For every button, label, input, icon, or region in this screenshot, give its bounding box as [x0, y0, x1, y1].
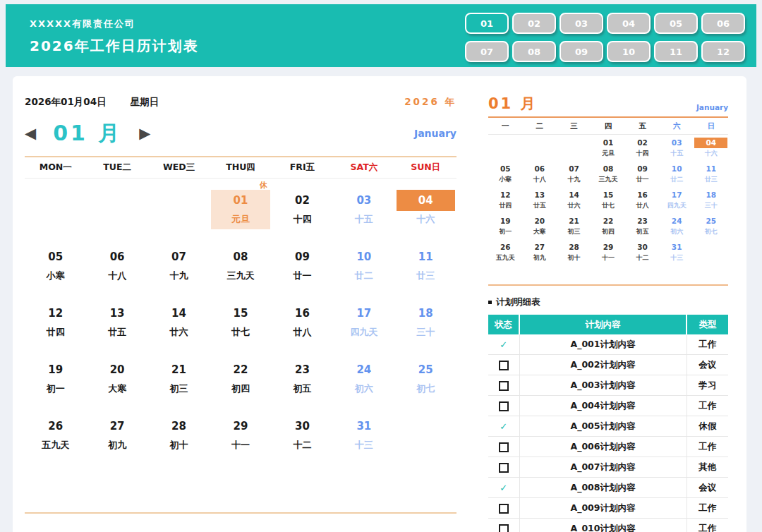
- col-header-type: 类型: [687, 315, 728, 334]
- day-cell-06[interactable]: 06十八: [86, 235, 147, 291]
- status-checkbox[interactable]: [499, 463, 509, 473]
- mini-day-number: 13: [523, 190, 557, 200]
- day-number: 02: [273, 190, 332, 211]
- day-cell-22[interactable]: 22初四: [210, 348, 271, 404]
- mini-day-number: 28: [557, 242, 591, 253]
- day-number: 30: [273, 416, 332, 437]
- day-cell-07[interactable]: 07十九: [148, 235, 210, 291]
- check-icon[interactable]: ✓: [500, 421, 507, 432]
- month-button-07[interactable]: 07: [465, 41, 509, 62]
- day-cell-23[interactable]: 23初五: [272, 348, 333, 404]
- status-checkbox[interactable]: [499, 504, 509, 514]
- month-button-03[interactable]: 03: [560, 13, 603, 34]
- lunar-label: 初七: [397, 380, 455, 399]
- plan-content-cell: A_001计划内容: [519, 334, 687, 355]
- month-button-04[interactable]: 04: [607, 13, 651, 34]
- weekday-label: 三: [557, 121, 591, 131]
- mini-lunar-label: 十四: [625, 148, 660, 158]
- day-cell-12[interactable]: 12廿四: [25, 291, 86, 348]
- mini-weekday-header: 一二三四五六日: [488, 118, 728, 135]
- plan-table-row: ✓A_008计划内容会议: [488, 478, 728, 498]
- month-button-05[interactable]: 05: [654, 13, 698, 34]
- day-cell-11[interactable]: 11廿三: [395, 235, 456, 291]
- month-button-10[interactable]: 10: [607, 41, 651, 62]
- day-cell-19[interactable]: 19初一: [25, 348, 86, 404]
- day-cell-20[interactable]: 20大寒: [86, 348, 147, 404]
- month-button-08[interactable]: 08: [512, 41, 556, 62]
- status-checkbox[interactable]: [499, 381, 509, 391]
- mini-day-number: 16: [625, 190, 660, 200]
- mini-day-cell-17: 17四九天: [660, 187, 694, 213]
- month-button-09[interactable]: 09: [560, 41, 603, 62]
- day-cell-03[interactable]: 03十五: [333, 179, 394, 235]
- day-cell-09[interactable]: 09廿一: [272, 235, 333, 291]
- check-icon[interactable]: ✓: [500, 483, 507, 493]
- day-number: 03: [334, 190, 393, 211]
- plan-table-row: A_010计划内容工作: [488, 519, 728, 532]
- status-checkbox[interactable]: [499, 401, 509, 411]
- day-number: 04: [397, 190, 455, 211]
- mini-day-cell-21: 21初三: [557, 213, 591, 239]
- day-cell-01[interactable]: 休01元旦: [210, 179, 271, 235]
- mini-day-number: 21: [557, 216, 591, 226]
- day-cell-27[interactable]: 27初九: [86, 404, 147, 461]
- day-cell-02[interactable]: 02十四: [272, 179, 333, 235]
- day-cell-28[interactable]: 28初十: [148, 404, 210, 461]
- month-button-12[interactable]: 12: [701, 41, 745, 62]
- day-cell-18[interactable]: 18三十: [395, 291, 456, 348]
- month-button-02[interactable]: 02: [512, 13, 556, 34]
- day-cell-31[interactable]: 31十三: [333, 404, 394, 461]
- status-checkbox[interactable]: [499, 361, 509, 370]
- day-cell-17[interactable]: 17四九天: [333, 291, 394, 348]
- mini-day-number: 01: [591, 138, 626, 148]
- lunar-label: 十三: [334, 437, 393, 455]
- mini-week-row: 19初一20大寒21初三22初四23初五24初六25初七: [488, 213, 728, 239]
- day-cell-empty: [148, 179, 210, 235]
- month-button-11[interactable]: 11: [654, 41, 698, 62]
- mini-lunar-label: 廿三: [694, 174, 728, 184]
- mini-day-cell-05: 05小寒: [488, 161, 523, 187]
- mini-lunar-label: 廿七: [591, 200, 626, 210]
- day-cell-empty: [395, 404, 456, 461]
- prev-month-button[interactable]: ◀: [25, 126, 36, 141]
- calendar-grid: 休01元旦02十四03十五04十六05小寒06十八07十九08三九天09廿一10…: [25, 179, 456, 514]
- day-cell-16[interactable]: 16廿八: [272, 291, 333, 348]
- next-month-button[interactable]: ▶: [139, 126, 150, 141]
- weekday-label: 五: [625, 121, 660, 131]
- mini-lunar-label: 十五: [660, 148, 694, 158]
- day-cell-25[interactable]: 25初七: [395, 348, 456, 404]
- lunar-label: 十二: [273, 437, 332, 455]
- mini-day-number: 23: [625, 216, 660, 226]
- day-cell-29[interactable]: 29十一: [210, 404, 271, 461]
- day-cell-14[interactable]: 14廿六: [148, 291, 210, 348]
- mini-day-cell-24: 24初六: [660, 213, 694, 239]
- lunar-label: 元旦: [211, 211, 270, 229]
- rest-badge: 休: [260, 180, 267, 191]
- lunar-label: 初一: [26, 380, 85, 399]
- day-cell-08[interactable]: 08三九天: [210, 235, 271, 291]
- year-label: 2026 年: [404, 96, 456, 109]
- day-cell-04[interactable]: 04十六: [395, 179, 456, 235]
- status-checkbox[interactable]: [499, 524, 509, 532]
- mini-day-cell-19: 19初一: [488, 213, 523, 239]
- day-cell-21[interactable]: 21初三: [148, 348, 210, 404]
- day-cell-13[interactable]: 13廿五: [86, 291, 147, 348]
- mini-day-cell-16: 16廿八: [625, 187, 660, 213]
- day-cell-10[interactable]: 10廿二: [333, 235, 394, 291]
- day-cell-26[interactable]: 26五九天: [25, 404, 86, 461]
- day-cell-24[interactable]: 24初六: [333, 348, 394, 404]
- day-cell-30[interactable]: 30十二: [272, 404, 333, 461]
- mini-day-cell-empty: [694, 239, 728, 265]
- lunar-label: 廿三: [397, 267, 455, 286]
- day-cell-15[interactable]: 15廿七: [210, 291, 271, 348]
- month-button-01[interactable]: 01: [465, 13, 509, 34]
- check-icon[interactable]: ✓: [500, 339, 507, 350]
- status-checkbox[interactable]: [499, 442, 509, 452]
- mini-lunar-label: 初四: [591, 226, 626, 236]
- day-cell-05[interactable]: 05小寒: [25, 235, 86, 291]
- month-button-06[interactable]: 06: [701, 13, 745, 34]
- mini-lunar-label: 初五: [625, 226, 660, 236]
- mini-day-cell-empty: [523, 135, 557, 161]
- status-cell: [488, 498, 519, 519]
- mini-lunar-label: 初六: [660, 226, 694, 236]
